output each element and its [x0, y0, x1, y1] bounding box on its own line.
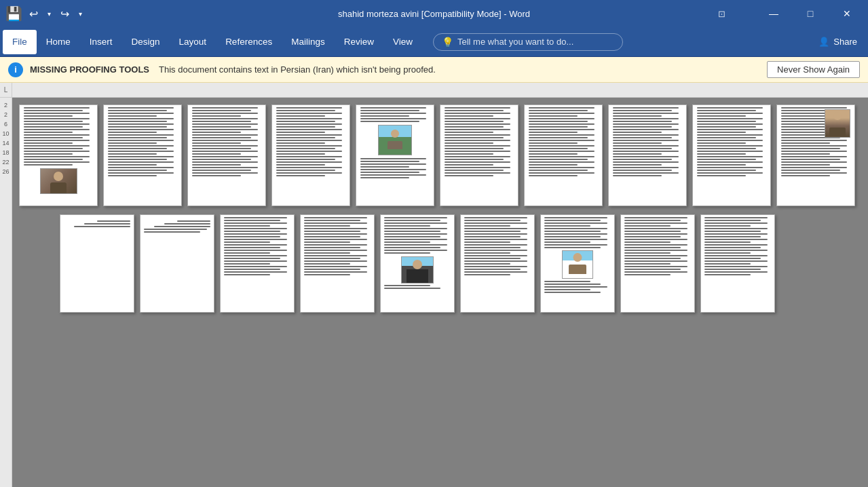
- page-thumb-11[interactable]: [60, 214, 134, 313]
- window-controls: ⊡ — □ ✕: [718, 0, 863, 27]
- page-thumb-9[interactable]: [692, 104, 771, 206]
- undo-dropdown[interactable]: ▾: [45, 9, 54, 19]
- page-thumb-6[interactable]: [440, 104, 518, 206]
- tell-me-box[interactable]: 💡 Tell me what you want to do...: [433, 33, 623, 51]
- person-icon: 👤: [818, 37, 829, 47]
- v-ruler-22: 22: [2, 157, 9, 167]
- menu-home-label: Home: [46, 37, 71, 47]
- menu-references[interactable]: References: [216, 30, 282, 54]
- menu-mailings-label: Mailings: [291, 37, 325, 47]
- v-ruler-10: 10: [2, 129, 9, 138]
- title-bar: 💾 ↩ ▾ ↪ ▾ shahid morteza avini [Compatib…: [0, 0, 868, 27]
- ruler-corner-marker: L: [4, 86, 8, 94]
- lightbulb-icon: 💡: [442, 37, 453, 47]
- v-ruler-2b: 2: [4, 110, 7, 119]
- menu-home[interactable]: Home: [37, 30, 80, 54]
- page-thumb-3[interactable]: [187, 104, 266, 206]
- share-label: Share: [833, 37, 857, 47]
- menu-review[interactable]: Review: [335, 30, 383, 54]
- v-ruler-26: 26: [2, 167, 9, 176]
- page-thumb-2[interactable]: [103, 104, 182, 206]
- menu-design-label: Design: [132, 37, 160, 47]
- menu-bar: File Home Insert Design Layout Reference…: [0, 27, 868, 57]
- page-thumb-5[interactable]: [356, 104, 434, 206]
- menu-layout-label: Layout: [179, 37, 207, 47]
- title-text: shahid morteza avini [Compatibility Mode…: [338, 9, 530, 19]
- notification-bold-text: MISSING PROOFING TOOLS: [30, 64, 149, 75]
- notification-message: This document contains text in Persian (…: [159, 64, 436, 75]
- menu-file-label: File: [12, 37, 27, 47]
- vertical-ruler: 2 2 6 10 14 18 22 26: [0, 98, 12, 487]
- maximize-button[interactable]: □: [795, 0, 826, 27]
- page-thumb-12[interactable]: [140, 214, 214, 313]
- page-thumb-8[interactable]: [608, 104, 687, 206]
- v-ruler-6: 6: [4, 119, 7, 129]
- v-ruler-14: 14: [2, 138, 9, 148]
- menu-view-label: View: [393, 37, 413, 47]
- document-title: shahid morteza avini [Compatibility Mode…: [338, 9, 530, 19]
- page-thumb-10[interactable]: [776, 104, 855, 206]
- menu-review-label: Review: [344, 37, 374, 47]
- v-ruler-18: 18: [2, 148, 9, 157]
- redo-button[interactable]: ↪: [58, 6, 72, 22]
- menu-layout[interactable]: Layout: [170, 30, 216, 54]
- page-thumb-1[interactable]: [19, 104, 98, 206]
- menu-design[interactable]: Design: [122, 30, 170, 54]
- v-ruler-2: 2: [4, 100, 7, 110]
- notification-bar: i MISSING PROOFING TOOLS This document c…: [0, 57, 868, 83]
- tell-me-text: Tell me what you want to do...: [457, 37, 573, 47]
- menu-references-label: References: [225, 37, 272, 47]
- undo-button[interactable]: ↩: [26, 6, 41, 22]
- menu-file[interactable]: File: [3, 30, 37, 54]
- pages-row-1: [19, 104, 861, 206]
- menu-mailings[interactable]: Mailings: [282, 30, 335, 54]
- info-icon: i: [8, 62, 23, 77]
- never-show-again-button[interactable]: Never Show Again: [767, 61, 860, 78]
- menu-insert-label: Insert: [90, 37, 113, 47]
- pages-scroll-area[interactable]: [12, 98, 868, 487]
- document-area: 2 2 6 10 14 18 22 26: [0, 98, 868, 487]
- menu-view[interactable]: View: [383, 30, 422, 54]
- page-thumb-4[interactable]: [271, 104, 350, 206]
- page-thumb-7[interactable]: [524, 104, 603, 206]
- close-button[interactable]: ✕: [831, 0, 863, 27]
- page-thumb-18[interactable]: [620, 214, 695, 313]
- minimize-button[interactable]: —: [758, 0, 789, 27]
- ruler-corner: L: [0, 83, 12, 97]
- page-thumb-14[interactable]: [300, 214, 375, 313]
- page-thumb-13[interactable]: [220, 214, 295, 313]
- title-bar-left: 💾 ↩ ▾ ↪ ▾: [5, 5, 85, 22]
- page-thumb-19[interactable]: [700, 214, 775, 313]
- word-icon: 💾: [5, 5, 22, 22]
- pages-row-2: [19, 214, 861, 313]
- page-thumb-15[interactable]: [380, 214, 455, 313]
- horizontal-ruler: L 18 14 10 6 2 2: [0, 83, 868, 98]
- restore-down-icon: ⊡: [718, 9, 725, 19]
- page-thumb-16[interactable]: [460, 214, 535, 313]
- share-button[interactable]: 👤 Share: [810, 34, 865, 50]
- quick-access-dropdown[interactable]: ▾: [76, 9, 85, 19]
- menu-insert[interactable]: Insert: [80, 30, 122, 54]
- page-thumb-17[interactable]: [540, 214, 615, 313]
